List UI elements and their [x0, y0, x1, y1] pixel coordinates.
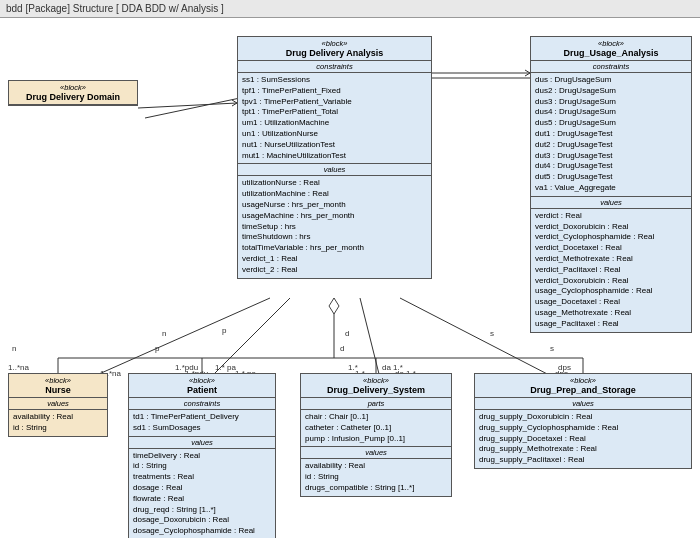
dds-values: availability : Real id : String drugs_co…	[301, 459, 451, 495]
nurse-values: availability : Real id : String	[9, 410, 107, 436]
dps-values-title: values	[475, 398, 691, 410]
patient-block: «block» Patient constraints td1 : TimePe…	[128, 373, 276, 538]
dda-header: «block» Drug Delivery Analysis	[238, 37, 431, 61]
drug-usage-analysis-block: «block» Drug_Usage_Analysis constraints …	[530, 36, 692, 333]
nurse-header: «block» Nurse	[9, 374, 107, 398]
dua-header: «block» Drug_Usage_Analysis	[531, 37, 691, 61]
dds-parts-title: parts	[301, 398, 451, 410]
svg-line-0	[145, 98, 240, 118]
svg-text:1..*na: 1..*na	[8, 363, 29, 372]
dps-stereotype: «block»	[479, 376, 687, 385]
dda-values: utilizationNurse : Real utilizationMachi…	[238, 176, 431, 277]
dds-header: «block» Drug_Delivery_System	[301, 374, 451, 398]
dua-values-title: values	[531, 197, 691, 209]
svg-text:s: s	[550, 344, 554, 353]
dds-values-title: values	[301, 447, 451, 459]
svg-text:dps: dps	[558, 363, 571, 372]
svg-text:1.*: 1.*	[348, 363, 358, 372]
dda-constraints-title: constraints	[238, 61, 431, 73]
svg-marker-34	[329, 298, 339, 314]
dua-constraints-title: constraints	[531, 61, 691, 73]
svg-text:d: d	[345, 329, 349, 338]
patient-constraints-title: constraints	[129, 398, 275, 410]
dda-values-title: values	[238, 164, 431, 176]
svg-text:1.*pdu: 1.*pdu	[175, 363, 198, 372]
ddd-name: Drug Delivery Domain	[13, 92, 133, 102]
titlebar: bdd [Package] Structure [ DDA BDD w/ Ana…	[0, 0, 700, 18]
svg-text:da 1.*: da 1.*	[382, 363, 403, 372]
diagram-area: n 1..*na p 1.*pdu 1.* pa d 1.* da 1.* s …	[0, 18, 700, 538]
svg-text:1.* pa: 1.* pa	[215, 363, 236, 372]
svg-text:p: p	[222, 326, 227, 335]
dds-name: Drug_Delivery_System	[305, 385, 447, 395]
ddd-stereotype: «block»	[13, 83, 133, 92]
dda-stereotype: «block»	[242, 39, 427, 48]
dua-constraints: dus : DrugUsageSum dus2 : DrugUsageSum d…	[531, 73, 691, 197]
patient-name: Patient	[133, 385, 271, 395]
dua-stereotype: «block»	[535, 39, 687, 48]
dds-stereotype: «block»	[305, 376, 447, 385]
svg-text:s: s	[490, 329, 494, 338]
dda-constraints: ss1 : SumSessions tpf1 : TimePerPatient_…	[238, 73, 431, 164]
titlebar-label: bdd [Package] Structure [ DDA BDD w/ Ana…	[6, 3, 224, 14]
dps-values: drug_supply_Doxorubicin : Real drug_supp…	[475, 410, 691, 468]
drug-delivery-domain-block: «block» Drug Delivery Domain	[8, 80, 138, 106]
svg-line-9	[360, 298, 380, 378]
svg-text:d: d	[340, 344, 344, 353]
svg-line-2	[90, 298, 270, 378]
dua-name: Drug_Usage_Analysis	[535, 48, 687, 58]
patient-constraints: td1 : TimePerPatient_Delivery sd1 : SumD…	[129, 410, 275, 437]
patient-header: «block» Patient	[129, 374, 275, 398]
svg-text:n: n	[162, 329, 166, 338]
nurse-name: Nurse	[13, 385, 103, 395]
drug-delivery-analysis-block: «block» Drug Delivery Analysis constrain…	[237, 36, 432, 279]
nurse-stereotype: «block»	[13, 376, 103, 385]
drug-delivery-system-block: «block» Drug_Delivery_System parts chair…	[300, 373, 452, 497]
dda-name: Drug Delivery Analysis	[242, 48, 427, 58]
dds-parts: chair : Chair [0..1] catheter : Catheter…	[301, 410, 451, 447]
nurse-values-title: values	[9, 398, 107, 410]
svg-text:p: p	[155, 344, 160, 353]
svg-line-16	[138, 103, 237, 108]
dps-name: Drug_Prep_and_Storage	[479, 385, 687, 395]
patient-values: timeDelivery : Real id : String treatmen…	[129, 449, 275, 538]
nurse-block: «block» Nurse values availability : Real…	[8, 373, 108, 437]
patient-values-title: values	[129, 437, 275, 449]
drug-prep-storage-block: «block» Drug_Prep_and_Storage values dru…	[474, 373, 692, 469]
svg-line-5	[210, 298, 290, 378]
ddd-header: «block» Drug Delivery Domain	[9, 81, 137, 105]
svg-text:n: n	[12, 344, 16, 353]
dua-values: verdict : Real verdict_Doxorubicin : Rea…	[531, 209, 691, 332]
patient-stereotype: «block»	[133, 376, 271, 385]
dps-header: «block» Drug_Prep_and_Storage	[475, 374, 691, 398]
